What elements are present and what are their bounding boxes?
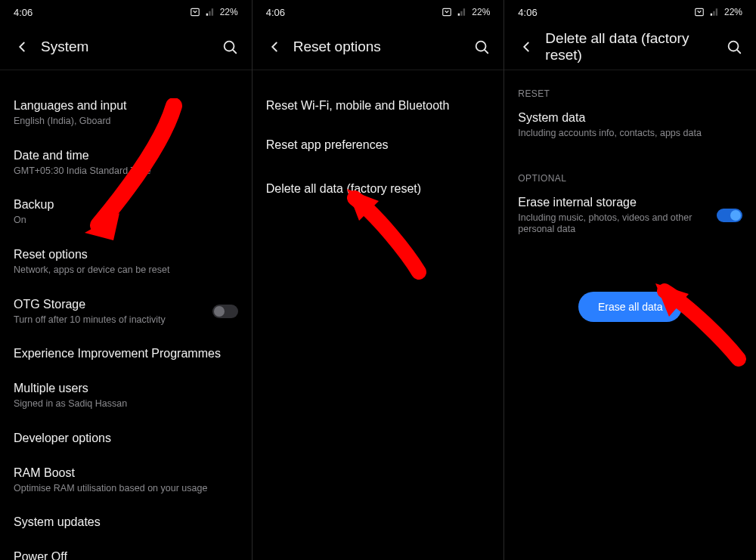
- reset-list: Reset Wi-Fi, mobile and Bluetooth Reset …: [266, 70, 491, 206]
- back-icon[interactable]: [14, 39, 30, 55]
- item-reset-app-prefs[interactable]: Reset app preferences: [266, 123, 491, 167]
- item-reset-options[interactable]: Reset optionsNetwork, apps or device can…: [14, 237, 238, 287]
- vowifi-icon: [442, 7, 452, 17]
- header: System: [14, 24, 238, 70]
- settings-list: Languages and inputEnglish (India), Gboa…: [14, 70, 238, 560]
- item-backup[interactable]: BackupOn: [14, 187, 238, 237]
- search-icon[interactable]: [726, 39, 742, 55]
- erase-all-data-button[interactable]: Erase all data: [578, 292, 683, 322]
- section-header-reset: RESET: [518, 88, 742, 99]
- signal-icon: [457, 7, 467, 17]
- vowifi-icon: [190, 7, 200, 17]
- panel-factory-reset: 4:06 22% Delete all data (factory reset)…: [503, 0, 756, 560]
- item-delete-all-data[interactable]: Delete all data (factory reset): [266, 167, 491, 206]
- status-right: 22%: [442, 7, 490, 17]
- item-system-updates[interactable]: System updates: [14, 505, 238, 540]
- status-battery: 22%: [472, 7, 490, 17]
- status-bar: 4:06 22%: [518, 0, 742, 21]
- panel-system: 4:06 22% System Languages and inputEngli…: [0, 0, 252, 560]
- header: Delete all data (factory reset): [518, 24, 742, 70]
- item-system-data[interactable]: System dataIncluding accounts info, cont…: [518, 107, 742, 150]
- status-bar: 4:06 22%: [266, 0, 491, 21]
- vowifi-icon: [694, 7, 705, 17]
- panel-reset-options: 4:06 22% Reset options Reset Wi-Fi, mobi…: [252, 0, 504, 560]
- page-title: System: [41, 39, 88, 55]
- status-bar: 4:06 22%: [14, 0, 238, 21]
- status-time: 4:06: [266, 7, 285, 18]
- signal-icon: [709, 7, 720, 17]
- item-experience-programmes[interactable]: Experience Improvement Programmes: [14, 336, 238, 371]
- page-title: Reset options: [293, 39, 381, 55]
- otg-toggle[interactable]: [212, 305, 238, 318]
- page-title: Delete all data (factory reset): [545, 30, 726, 63]
- status-time: 4:06: [518, 7, 537, 18]
- search-icon[interactable]: [222, 39, 238, 55]
- svg-line-2: [233, 50, 236, 53]
- item-erase-internal-storage[interactable]: Erase internal storageIncluding music, p…: [518, 191, 742, 246]
- back-icon[interactable]: [266, 39, 283, 55]
- item-developer-options[interactable]: Developer options: [14, 421, 238, 456]
- item-ram-boost[interactable]: RAM BoostOptimise RAM utilisation based …: [14, 456, 238, 506]
- section-optional: OPTIONAL Erase internal storageIncluding…: [518, 173, 742, 246]
- status-battery: 22%: [220, 7, 238, 17]
- search-icon[interactable]: [473, 39, 490, 55]
- back-icon[interactable]: [518, 39, 534, 55]
- svg-line-10: [737, 50, 740, 53]
- item-otg-storage[interactable]: OTG StorageTurn off after 10 minutes of …: [14, 287, 238, 337]
- item-power-off[interactable]: Power Off: [14, 540, 238, 560]
- erase-storage-toggle[interactable]: [717, 209, 742, 222]
- status-time: 4:06: [14, 7, 33, 18]
- header: Reset options: [266, 24, 491, 70]
- status-battery: 22%: [724, 7, 742, 17]
- status-right: 22%: [190, 7, 238, 17]
- section-header-optional: OPTIONAL: [518, 173, 742, 184]
- item-reset-wifi[interactable]: Reset Wi-Fi, mobile and Bluetooth: [266, 88, 491, 123]
- signal-icon: [205, 7, 215, 17]
- item-date-time[interactable]: Date and timeGMT+05:30 India Standard Ti…: [14, 138, 238, 188]
- item-languages-input[interactable]: Languages and inputEnglish (India), Gboa…: [14, 88, 238, 138]
- item-multiple-users[interactable]: Multiple usersSigned in as Sadiq Hassan: [14, 371, 238, 421]
- status-right: 22%: [694, 7, 742, 17]
- svg-line-6: [485, 50, 488, 53]
- section-reset: RESET System dataIncluding accounts info…: [518, 88, 742, 150]
